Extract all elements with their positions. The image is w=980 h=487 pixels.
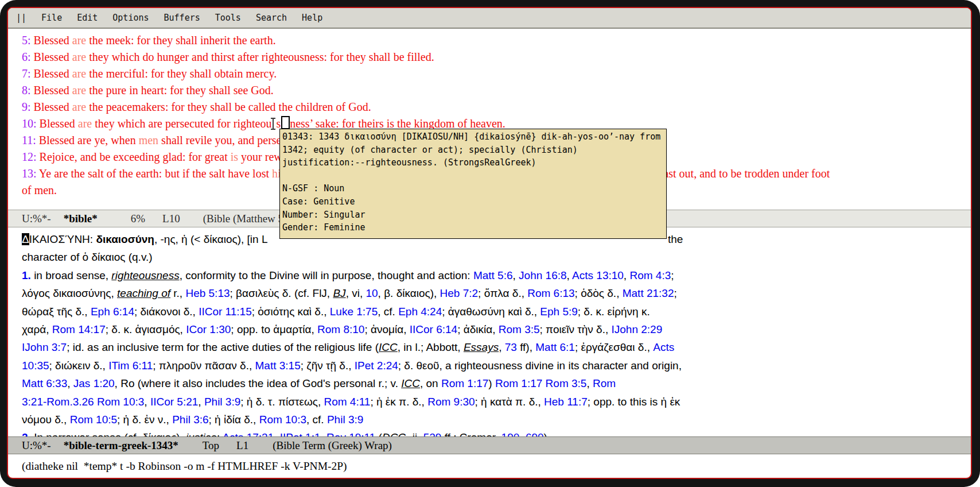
bible-ref-link[interactable]: John 16:8 [519,269,566,281]
bible-ref-link[interactable]: Acts [653,341,674,353]
menu-item-[interactable]: || [16,13,26,23]
text-segment: , conformity to the Divine will in purpo… [180,269,473,281]
bible-ref-link[interactable]: ICor 1:30 [186,323,231,335]
text-segment: 10: [22,117,37,130]
text-segment: 12: [22,150,37,163]
bible-ref-link[interactable]: IJohn 2:29 [611,323,662,335]
bible-ref-link[interactable]: Rom 4:11 [324,396,370,408]
bible-ref-link[interactable]: Rom 10:3 [259,413,306,426]
menu-item-edit[interactable]: Edit [77,13,98,23]
menu-item-buffers[interactable]: Buffers [164,13,200,23]
menu-item-tools[interactable]: Tools [215,13,241,23]
text-line: 6: Blessed are they which do hunger and … [22,49,971,65]
bible-ref-link[interactable]: Phil 3:6 [172,413,208,426]
bible-ref-link[interactable]: Rom 4:3 [629,269,671,281]
bible-ref-link[interactable]: Eph 6:14 [91,306,134,318]
text-segment: , on [420,377,441,389]
text-segment: righteousness [111,269,179,281]
text-segment: are [72,101,86,113]
bible-ref-link[interactable]: Matt 21:32 [623,287,674,299]
bible-ref-link[interactable]: 529 [423,431,442,436]
text-segment: the merciful: for they shall obtain merc… [86,67,277,80]
modeline-buffer-name[interactable]: *bible-term-greek-1343* [64,439,178,452]
text-segment: the meek: for they shall inherit the ear… [86,34,275,47]
text-segment: are [72,51,86,63]
modeline-buffer-name[interactable]: *bible* [64,212,98,225]
bible-ref-link[interactable]: Heb 5:13 [185,287,230,299]
bible-ref-link[interactable]: Matt 3:15 [255,360,300,372]
menu-item-options[interactable]: Options [112,13,149,23]
text-segment: the [668,230,683,248]
bible-ref-link[interactable]: Jas 1:20 [73,377,115,389]
bible-ref-link[interactable]: Heb 11:7 [544,396,588,408]
bible-ref-link[interactable]: 690 [526,431,544,436]
bible-ref-link[interactable]: IPet 2:24 [355,360,398,372]
bible-ref-link[interactable]: Matt 6:1 [535,341,575,353]
bible-ref-link[interactable]: 73 [505,341,517,353]
bible-ref-link[interactable]: 3:21-Rom.3.26 Rom 10:3 [22,396,144,408]
bible-ref-link[interactable]: IICor 11:15 [199,306,252,318]
text-segment: Blessed [37,117,78,130]
echo-area-text: (diatheke nil *temp* t -b Robinson -o m … [22,460,347,473]
text-segment: , [274,431,280,436]
bible-ref-link[interactable]: 10 [365,287,378,299]
text-segment: 6: [22,51,31,63]
bible-ref-link[interactable]: Rom 8:10 [317,323,364,335]
bible-ref-link[interactable]: Matt 5:6 [473,269,513,281]
text-segment: ; opp. to this is ἡ ἐκ [588,396,680,408]
text-segment: ). [544,431,551,436]
text-segment: ; [674,287,677,299]
text-line: character of ὁ δίκαιος (q.v.) [22,248,971,266]
bible-ref-link[interactable]: Heb 7:2 [440,287,479,299]
lexicon-buffer[interactable]: ΔΙΚΑΙΟΣΎΝΗ: δικαιοσύνη, -ης, ἡ (< δίκαιο… [8,227,971,436]
text-segment: ; διώκειν δ., [49,360,109,372]
menu-item-file[interactable]: File [41,13,62,23]
bible-ref-link[interactable]: Rom [593,377,616,389]
bible-ref-link[interactable]: Rom 10:5 [70,413,117,426]
bible-ref-link[interactable]: 190 [501,431,520,436]
bible-ref-link[interactable]: IICor 6:14 [410,323,457,335]
bible-ref-link[interactable]: IJohn 3:7 [22,341,67,353]
bible-ref-link: 2. [22,431,31,436]
text-line: 5: Blessed are the meek: for they shall … [22,32,971,49]
menu-bar: ||FileEditOptionsBuffersToolsSearchHelp [8,8,971,29]
bible-ref-link[interactable]: Rev 19:11 [326,431,375,436]
text-segment: ; [671,269,674,281]
text-segment: , [321,431,327,436]
tooltip-line: 1342; equity (of character or act); spec… [282,144,664,157]
bible-ref-link[interactable]: IICor 5:21 [150,396,198,408]
bible-ref-link[interactable]: Eph 5:9 [540,306,578,318]
bible-ref-link[interactable]: IIPet 1:1 [280,431,321,436]
bible-ref-link[interactable]: Rom 14:17 [52,323,106,335]
bible-ref-link[interactable]: Rom 9:30 [427,396,475,408]
modeline-status-flags: U:%*- [22,212,51,225]
menu-item-search[interactable]: Search [256,13,287,23]
bible-ref-link[interactable]: Rom 6:13 [527,287,574,299]
text-segment: , [144,396,150,408]
bible-ref-link[interactable]: Phil 3:9 [204,396,240,408]
modeline-mode-info: (Bible (Matthew 5) [203,212,287,225]
text-segment: r., [170,287,185,299]
bible-ref-link[interactable]: Matt 6:33 [22,377,67,389]
bible-ref-link[interactable]: Rom 3:5 [499,323,540,335]
text-segment: ; ἀνομία, [364,323,409,335]
bible-ref-link[interactable]: 10:35 [22,360,49,372]
text-segment: the pure in heart: for they shall see Go… [86,84,274,96]
bible-ref-link[interactable]: Phil 3:9 [327,413,363,426]
text-segment: in broad sense, [31,269,111,281]
bible-ref-link[interactable]: Acts 17:31 [222,431,274,436]
text-segment: the peacemakers: for they shall be calle… [86,101,371,113]
bible-ref-link[interactable]: Rom 1:17 [441,377,488,389]
bible-ref-link[interactable]: Acts 13:10 [572,269,624,281]
menu-item-help[interactable]: Help [302,13,322,23]
bible-ref-link[interactable]: ITim 6:11 [108,360,153,372]
bible-ref-link[interactable]: Luke 1:75 [330,306,378,318]
text-segment: Blessed [31,84,72,96]
echo-area[interactable]: (diatheke nil *temp* t -b Robinson -o m … [8,454,971,478]
modeline-lexicon-buffer[interactable]: U:%*- *bible-term-greek-1343* Top L1 (Bi… [8,436,971,454]
text-segment: , in l.; Abbott, [398,341,464,353]
bible-ref-link[interactable]: Eph 4:24 [398,306,442,318]
bible-ref-link[interactable]: Rom 1:17 Rom 3:5 [495,377,586,389]
text-segment: 13: [22,167,37,180]
modeline-status-flags: U:%*- [22,439,51,452]
